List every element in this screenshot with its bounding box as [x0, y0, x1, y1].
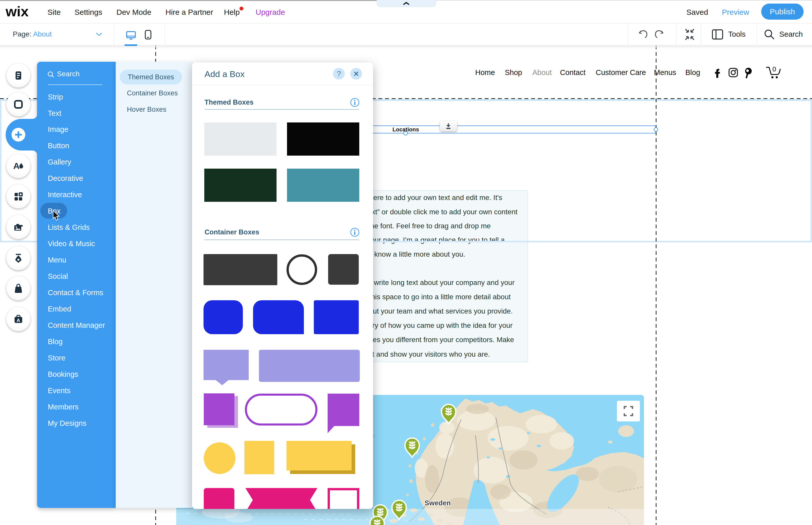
svg-text:0: 0: [772, 66, 776, 73]
svg-text:Sweden: Sweden: [425, 499, 451, 507]
svg-text:wix: wix: [5, 3, 29, 19]
svg-text:A: A: [13, 161, 20, 171]
svg-text:A: A: [17, 318, 20, 323]
